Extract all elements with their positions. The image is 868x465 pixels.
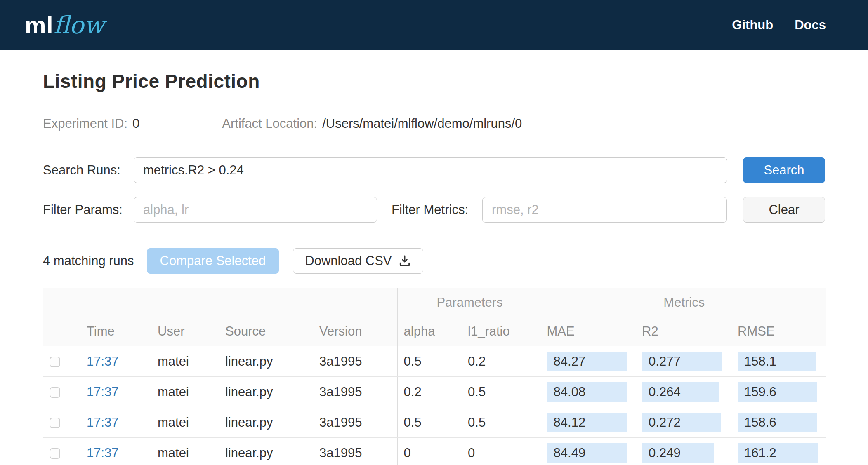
run-rmse: 158.6 bbox=[738, 413, 817, 432]
search-runs-label: Search Runs: bbox=[43, 163, 134, 178]
search-runs-input[interactable] bbox=[134, 157, 727, 183]
logo-flow-text: flow bbox=[54, 11, 104, 39]
table-column-header-row: Time User Source Version alpha l1_ratio … bbox=[43, 317, 826, 346]
run-version: 3a1995 bbox=[311, 438, 397, 465]
run-source: linear.py bbox=[217, 407, 311, 438]
run-user: matei bbox=[149, 438, 217, 465]
filter-metrics-input[interactable] bbox=[482, 197, 727, 223]
run-r2: 0.249 bbox=[642, 443, 714, 463]
filter-params-label: Filter Params: bbox=[43, 202, 134, 217]
col-header-time: Time bbox=[78, 317, 149, 346]
col-header-rmse: RMSE bbox=[733, 317, 826, 346]
run-r2: 0.277 bbox=[642, 352, 722, 371]
run-time-link[interactable]: 17:37 bbox=[87, 385, 119, 399]
run-user: matei bbox=[149, 346, 217, 377]
run-user: matei bbox=[149, 407, 217, 438]
col-header-l1-ratio: l1_ratio bbox=[462, 317, 542, 346]
runs-table: Parameters Metrics Time User Source Vers… bbox=[43, 288, 826, 465]
download-csv-label: Download CSV bbox=[305, 254, 392, 268]
run-mae: 84.49 bbox=[547, 443, 627, 463]
table-row: 17:37 matei linear.py 3a1995 0.2 0.5 84.… bbox=[43, 377, 826, 407]
run-user: matei bbox=[149, 377, 217, 407]
run-alpha: 0.5 bbox=[397, 346, 462, 377]
experiment-id-value: 0 bbox=[132, 116, 139, 131]
logo-ml-text: ml bbox=[25, 12, 54, 38]
table-group-header-row: Parameters Metrics bbox=[43, 288, 826, 317]
run-mae: 84.27 bbox=[547, 352, 627, 371]
table-row: 17:37 matei linear.py 3a1995 0 0 84.49 0… bbox=[43, 438, 826, 465]
run-mae: 84.12 bbox=[547, 413, 627, 432]
page-title: Listing Price Prediction bbox=[43, 70, 825, 92]
main-content: Listing Price Prediction Experiment ID: … bbox=[0, 70, 868, 465]
artifact-location-value: /Users/matei/mlflow/demo/mlruns/0 bbox=[322, 116, 522, 131]
col-header-alpha: alpha bbox=[397, 317, 462, 346]
run-version: 3a1995 bbox=[311, 346, 397, 377]
run-source: linear.py bbox=[217, 438, 311, 465]
run-source: linear.py bbox=[217, 377, 311, 407]
clear-button[interactable]: Clear bbox=[743, 197, 825, 223]
filter-metrics-label: Filter Metrics: bbox=[392, 202, 482, 217]
run-version: 3a1995 bbox=[311, 407, 397, 438]
run-mae: 84.08 bbox=[547, 382, 627, 402]
filter-params-input[interactable] bbox=[134, 197, 377, 223]
col-header-source: Source bbox=[217, 317, 311, 346]
filter-row: Filter Params: Filter Metrics: Clear bbox=[43, 197, 825, 223]
header-nav: Github Docs bbox=[732, 18, 826, 33]
run-version: 3a1995 bbox=[311, 377, 397, 407]
group-header-parameters: Parameters bbox=[397, 288, 542, 317]
col-header-version: Version bbox=[311, 317, 397, 346]
run-alpha: 0.5 bbox=[397, 407, 462, 438]
run-checkbox[interactable] bbox=[50, 418, 60, 428]
search-runs-row: Search Runs: Search bbox=[43, 157, 825, 183]
artifact-location-group: Artifact Location: /Users/matei/mlflow/d… bbox=[222, 116, 522, 131]
run-l1-ratio: 0.5 bbox=[462, 407, 542, 438]
run-l1-ratio: 0.2 bbox=[462, 346, 542, 377]
actions-row: 4 matching runs Compare Selected Downloa… bbox=[43, 248, 825, 274]
compare-selected-button[interactable]: Compare Selected bbox=[147, 248, 279, 274]
run-time-link[interactable]: 17:37 bbox=[87, 446, 119, 460]
run-alpha: 0.2 bbox=[397, 377, 462, 407]
group-header-spacer bbox=[43, 288, 397, 317]
mlflow-logo[interactable]: mlflow bbox=[25, 13, 104, 37]
search-filter-section: Search Runs: Search Filter Params: Filte… bbox=[43, 157, 825, 223]
run-r2: 0.272 bbox=[642, 413, 721, 432]
run-time-link[interactable]: 17:37 bbox=[87, 415, 119, 430]
run-rmse: 161.2 bbox=[738, 443, 818, 463]
download-icon bbox=[398, 254, 411, 268]
run-time-link[interactable]: 17:37 bbox=[87, 354, 119, 369]
run-checkbox[interactable] bbox=[50, 387, 60, 398]
app-header: mlflow Github Docs bbox=[0, 0, 868, 50]
run-source: linear.py bbox=[217, 346, 311, 377]
run-l1-ratio: 0 bbox=[462, 438, 542, 465]
artifact-location-label: Artifact Location: bbox=[222, 116, 317, 131]
matching-runs-count: 4 matching runs bbox=[43, 254, 134, 268]
table-row: 17:37 matei linear.py 3a1995 0.5 0.2 84.… bbox=[43, 346, 826, 377]
download-csv-button[interactable]: Download CSV bbox=[293, 248, 423, 274]
run-rmse: 159.6 bbox=[738, 382, 817, 402]
run-rmse: 158.1 bbox=[738, 352, 816, 371]
nav-github-link[interactable]: Github bbox=[732, 18, 773, 33]
col-header-checkbox bbox=[43, 317, 78, 346]
search-button[interactable]: Search bbox=[743, 157, 825, 183]
table-row: 17:37 matei linear.py 3a1995 0.5 0.5 84.… bbox=[43, 407, 826, 438]
group-header-metrics: Metrics bbox=[542, 288, 826, 317]
col-header-user: User bbox=[149, 317, 217, 346]
run-r2: 0.264 bbox=[642, 382, 719, 402]
experiment-id-label: Experiment ID: bbox=[43, 116, 127, 131]
run-alpha: 0 bbox=[397, 438, 462, 465]
run-checkbox[interactable] bbox=[50, 357, 60, 367]
run-checkbox[interactable] bbox=[50, 448, 60, 459]
col-header-mae: MAE bbox=[542, 317, 637, 346]
experiment-id-group: Experiment ID: 0 bbox=[43, 116, 139, 131]
nav-docs-link[interactable]: Docs bbox=[795, 18, 826, 33]
run-l1-ratio: 0.5 bbox=[462, 377, 542, 407]
col-header-r2: R2 bbox=[637, 317, 733, 346]
experiment-meta: Experiment ID: 0 Artifact Location: /Use… bbox=[43, 116, 825, 131]
